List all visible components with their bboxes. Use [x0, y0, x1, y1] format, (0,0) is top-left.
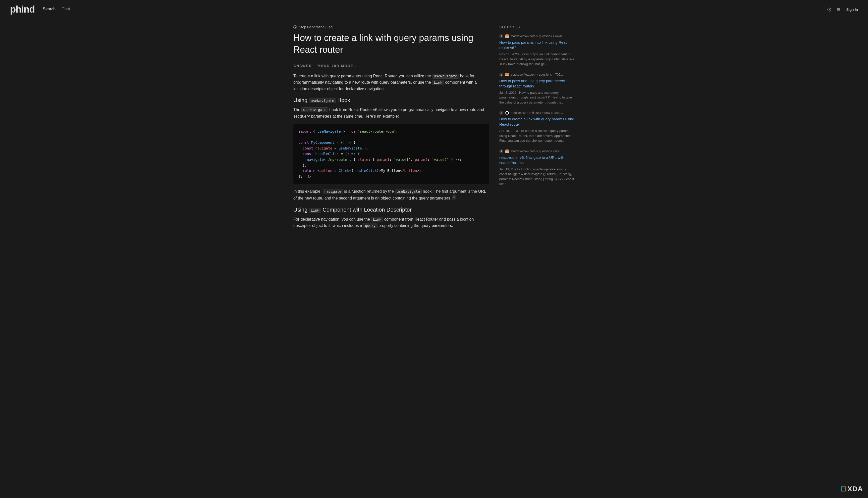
source-head: 1stackoverflow.com > questions > 6478...	[499, 34, 575, 38]
source-favicon-icon	[505, 149, 509, 153]
inline-code: query	[363, 223, 377, 228]
source-item: 2stackoverflow.com > questions > 705...H…	[499, 73, 575, 105]
source-snippet: Nov 11, 2020 · Pass props via Link compo…	[499, 52, 575, 67]
header: phind Search Chat Sign In	[0, 0, 868, 19]
source-item: 3medium.com > @bosti > how-to-crea...How…	[499, 111, 575, 143]
copy-icon[interactable]	[297, 174, 303, 181]
stop-label: Stop Generating [Esc]	[299, 25, 333, 29]
run-icon[interactable]	[306, 174, 312, 181]
source-head: 4stackoverflow.com > questions > 658...	[499, 149, 575, 153]
code-content: import { useNavigate } from 'react-route…	[298, 129, 484, 180]
source-url: stackoverflow.com > questions > 6478...	[511, 35, 575, 38]
code-block: import { useNavigate } from 'react-route…	[293, 123, 489, 184]
inline-code: Link	[371, 217, 383, 222]
nav-links: Search Chat	[43, 7, 70, 12]
inline-code: Link	[432, 80, 444, 85]
source-snippet: Jan 19, 2021 · function useNavigateParam…	[499, 167, 575, 186]
header-right: Sign In	[827, 7, 858, 12]
source-title[interactable]: How to create a link with query params u…	[499, 116, 575, 127]
nav-chat[interactable]: Chat	[62, 7, 70, 12]
source-snippet: Jan 3, 2022 · How to pass and use query …	[499, 90, 575, 105]
inline-code: navigate	[323, 189, 343, 194]
source-number: 1	[499, 34, 503, 38]
inline-code: Link	[309, 208, 321, 213]
source-item: 4stackoverflow.com > questions > 658...r…	[499, 149, 575, 186]
inline-code: useNavigate	[302, 107, 328, 112]
source-number: 4	[499, 149, 503, 153]
source-number: 3	[499, 111, 503, 115]
stop-generating-button[interactable]: Stop Generating [Esc]	[293, 25, 489, 29]
source-item: 1stackoverflow.com > questions > 6478...…	[499, 34, 575, 67]
history-icon[interactable]	[827, 7, 831, 12]
content: Stop Generating [Esc] How to create a li…	[283, 19, 585, 239]
paragraph-2: The useNavigate hook from React Router v…	[293, 106, 489, 119]
sources-label: SOURCES	[499, 25, 575, 29]
source-number: 2	[499, 73, 503, 77]
watermark: XDA	[841, 485, 863, 493]
main-answer: Stop Generating [Esc] How to create a li…	[293, 25, 489, 233]
source-snippet: Apr 18, 2023 · To create a link with que…	[499, 128, 575, 143]
citation-badge[interactable]: 3	[452, 195, 456, 200]
subheading-link: Using Link Component with Location Descr…	[293, 207, 489, 213]
source-url: stackoverflow.com > questions > 705...	[511, 73, 575, 76]
paragraph-1: To create a link with query parameters u…	[293, 73, 489, 92]
sources-panel: SOURCES 1stackoverflow.com > questions >…	[499, 25, 575, 233]
signin-button[interactable]: Sign In	[846, 7, 858, 12]
logo[interactable]: phind	[10, 4, 35, 15]
source-favicon-icon	[505, 73, 509, 76]
inline-code: useNavigate	[432, 74, 459, 79]
source-title[interactable]: How to pass params into link using React…	[499, 40, 575, 50]
source-title[interactable]: How to pass and use query parameters thr…	[499, 78, 575, 89]
watermark-icon	[841, 486, 846, 492]
nav-search[interactable]: Search	[43, 7, 55, 12]
paragraph-3: In this example, navigate is a function …	[293, 188, 489, 201]
source-favicon-icon	[505, 111, 509, 115]
source-favicon-icon	[505, 35, 509, 38]
source-title[interactable]: react-router v6: Navigate to a URL with …	[499, 155, 575, 165]
subheading-usenavigate: Using useNavigate Hook	[293, 97, 489, 104]
page-title: How to create a link with query params u…	[293, 32, 489, 56]
menu-icon[interactable]	[837, 7, 841, 12]
source-url: medium.com > @bosti > how-to-crea...	[511, 111, 575, 115]
source-head: 2stackoverflow.com > questions > 705...	[499, 73, 575, 77]
answer-model-label: ANSWER | PHIND-70B MODEL	[293, 64, 489, 68]
stop-icon	[293, 25, 297, 29]
source-head: 3medium.com > @bosti > how-to-crea...	[499, 111, 575, 115]
code-actions	[297, 174, 312, 181]
watermark-text: XDA	[847, 485, 863, 493]
paragraph-4: For declarative navigation, you can use …	[293, 216, 489, 229]
inline-code: useNavigate	[309, 98, 336, 103]
inline-code: useNavigate	[395, 189, 422, 194]
source-url: stackoverflow.com > questions > 658...	[511, 149, 575, 153]
